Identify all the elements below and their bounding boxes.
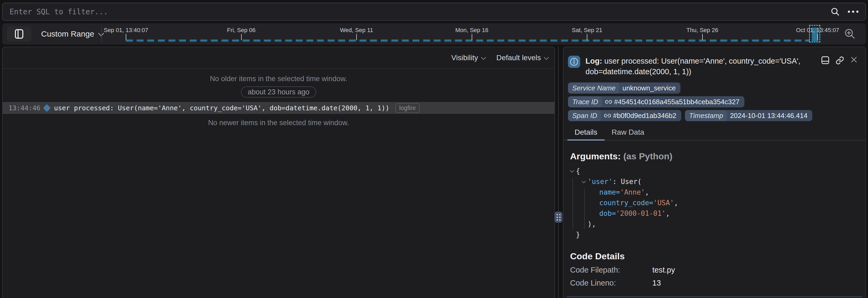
- histogram-baseline: [126, 39, 810, 42]
- close-icon[interactable]: [850, 56, 858, 63]
- default-levels-label: Default levels: [496, 54, 541, 62]
- code-token: name=: [599, 188, 620, 196]
- timeline-tick-mark: [587, 34, 587, 40]
- tab-details[interactable]: Details: [567, 126, 604, 140]
- code-detail-row: Code Lineno:13: [570, 279, 858, 288]
- code-token: ,: [645, 188, 649, 196]
- timeline-tick-mark: [356, 34, 357, 40]
- timeline-tick-mark: [702, 34, 703, 40]
- timeline-tick-label: Wed, Sep 11: [340, 27, 373, 34]
- code-token: 'USA': [653, 199, 674, 207]
- detail-value: test.py: [652, 266, 675, 274]
- code-line: 'user': User(: [570, 176, 858, 187]
- timeline-tick-label: Sep 01, 13:40:07: [104, 27, 148, 34]
- link-icon: [604, 112, 611, 119]
- badge-label: Trace ID: [568, 96, 602, 107]
- code-token: '2000-01-01': [616, 209, 666, 218]
- badge-label: Span ID: [568, 110, 601, 121]
- code-line: dob='2000-01-01',: [570, 208, 858, 219]
- detail-panel: Log: user processed: User(name='Anne', c…: [563, 47, 866, 298]
- log-row[interactable]: 13:44:46 user processed: User(name='Anne…: [3, 102, 554, 114]
- sql-filter-input[interactable]: Enter SQL to filter...: [2, 3, 866, 21]
- arguments-heading: Arguments:(as Python): [570, 151, 858, 162]
- chevron-down-icon: [481, 55, 486, 60]
- default-levels-dropdown[interactable]: Default levels: [496, 54, 548, 62]
- link-icon: [605, 98, 612, 105]
- code-line: {: [570, 166, 858, 176]
- split-view-icon[interactable]: [821, 56, 829, 64]
- timeline-tick-mark: [472, 34, 472, 40]
- code-token: : User(: [613, 178, 642, 186]
- no-older-items-text: No older items in the selected time wind…: [3, 75, 554, 83]
- badge-value: unknown_service: [622, 84, 676, 92]
- code-token: dob=: [599, 209, 616, 218]
- metadata-badge: Service Nameunknown_service: [568, 82, 680, 94]
- badge-value: 2024-10-01 13:44:46.414: [730, 111, 807, 120]
- relative-time-badge: about 23 hours ago: [241, 87, 316, 98]
- panel-resize-handle[interactable]: [554, 211, 562, 223]
- code-line: country_code='USA',: [570, 198, 858, 208]
- log-list-panel: Visibility Default levels No older items…: [2, 47, 555, 298]
- search-icon[interactable]: [830, 7, 840, 16]
- log-tag-chip[interactable]: logfire: [395, 103, 420, 113]
- badge-value: #454514c0168a455a51bb4ceba354c327: [614, 98, 740, 106]
- detail-title-text: user processed: User(name='Anne', countr…: [586, 57, 800, 76]
- code-token: ,: [665, 209, 670, 218]
- code-token: ,: [674, 199, 678, 207]
- metadata-badge[interactable]: Span ID#b0f0d9ed1ab346b2: [568, 110, 681, 121]
- code-token: country_code=: [599, 199, 653, 207]
- section-divider: [567, 296, 862, 297]
- timeline-tick-label: Thu, Sep 26: [686, 27, 718, 34]
- code-token: 'user': [588, 178, 613, 186]
- detail-label: Code Lineno:: [570, 279, 652, 288]
- panel-divider-line: [558, 47, 559, 298]
- badge-value: #b0f0d9ed1ab346b2: [613, 111, 677, 120]
- badge-label: Timestamp: [685, 110, 727, 121]
- metadata-badges: Service Nameunknown_serviceTrace ID#4545…: [563, 77, 865, 121]
- overflow-menu-icon[interactable]: [848, 10, 859, 13]
- code-token: 'Anne': [620, 188, 645, 196]
- timeline-tick-label: Oct 01, 13:45:07: [796, 27, 839, 34]
- tab-raw-data[interactable]: Raw Data: [604, 126, 652, 140]
- detail-tabs: DetailsRaw Data: [563, 126, 865, 140]
- badge-label: Service Name: [568, 82, 619, 94]
- arguments-code-tree: {'user': User(name='Anne',country_code='…: [570, 166, 858, 240]
- arguments-as-python-label: (as Python): [623, 151, 673, 161]
- copy-link-icon[interactable]: [836, 56, 844, 65]
- timeline-tick-mark: [126, 34, 126, 40]
- timeline-tick-label: Mon, Sep 16: [455, 27, 488, 34]
- timeline-tick-label: Sat, Sep 21: [572, 27, 602, 34]
- collapse-chevron-icon[interactable]: [582, 179, 586, 184]
- code-detail-row: Code Filepath:test.py: [570, 266, 858, 274]
- code-token: ),: [588, 220, 596, 228]
- zoom-in-icon[interactable]: [843, 27, 856, 40]
- visibility-label: Visibility: [451, 54, 478, 62]
- collapse-chevron-icon[interactable]: [570, 169, 574, 173]
- timeline-tick-label: Fri, Sep 06: [227, 27, 256, 34]
- metadata-badge: Timestamp2024-10-01 13:44:46.414: [685, 110, 812, 121]
- code-details-heading: Code Details: [570, 251, 858, 261]
- metadata-badge[interactable]: Trace ID#454514c0168a455a51bb4ceba354c32…: [568, 96, 744, 107]
- detail-title: Log: user processed: User(name='Anne', c…: [586, 56, 816, 77]
- code-token: }: [576, 231, 580, 239]
- timeline-bar: Custom Range Sep 01, 13:40:07Fri, Sep 06…: [2, 23, 866, 44]
- sql-placeholder: Enter SQL to filter...: [9, 7, 830, 16]
- timeline-tick-mark: [241, 34, 242, 40]
- log-timestamp: 13:44:46: [8, 104, 40, 112]
- no-newer-items-text: No newer items in the selected time wind…: [3, 119, 554, 127]
- code-line: }: [570, 229, 858, 240]
- arguments-heading-text: Arguments:: [570, 151, 621, 161]
- detail-label: Code Filepath:: [570, 266, 652, 274]
- log-message: user processed: User(name='Anne', countr…: [54, 104, 389, 112]
- timeline-tick-mark: [817, 34, 818, 40]
- log-list-header: Visibility Default levels: [3, 47, 554, 69]
- timeline-histogram[interactable]: Sep 01, 13:40:07Fri, Sep 06Wed, Sep 11Mo…: [2, 23, 866, 44]
- chevron-down-icon: [544, 55, 549, 60]
- code-line: ),: [570, 219, 858, 229]
- log-level-diamond-icon: [43, 104, 51, 112]
- code-line: name='Anne',: [570, 187, 858, 198]
- visibility-dropdown[interactable]: Visibility: [451, 54, 485, 62]
- detail-title-prefix: Log:: [586, 57, 602, 65]
- code-token: {: [576, 167, 580, 175]
- info-icon: [568, 56, 580, 68]
